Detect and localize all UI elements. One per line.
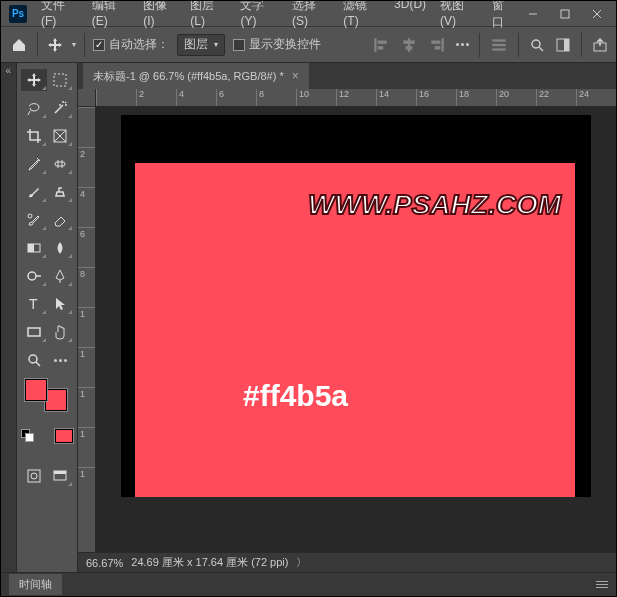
clone-stamp-tool[interactable] (47, 181, 73, 203)
document-canvas[interactable]: WWW.PSAHZ.COM #ff4b5a (121, 115, 591, 497)
bottom-panel: 时间轴 (1, 572, 616, 596)
menu-type[interactable]: 文字(Y) (234, 0, 283, 31)
rectangle-tool[interactable] (21, 321, 47, 343)
chevron-down-icon[interactable]: ▾ (72, 40, 76, 49)
ruler-tick: 2 (136, 89, 176, 106)
ruler-tick (78, 107, 95, 147)
background-color-swatch[interactable] (45, 389, 67, 411)
show-transform-label: 显示变换控件 (249, 36, 321, 53)
menu-filter[interactable]: 滤镜(T) (337, 0, 386, 31)
gradient-tool[interactable] (21, 237, 47, 259)
collapse-chevron-icon: « (6, 65, 12, 572)
marquee-tool[interactable] (47, 69, 73, 91)
screen-mode-icon[interactable] (47, 465, 73, 487)
share-icon[interactable] (592, 37, 608, 53)
search-icon[interactable] (529, 37, 545, 53)
ruler-tick: 8 (256, 89, 296, 106)
title-bar: Ps 文件(F) 编辑(E) 图像(I) 图层(L) 文字(Y) 选择(S) 滤… (1, 1, 616, 27)
toolbox: T (17, 63, 78, 572)
svg-rect-25 (55, 162, 65, 166)
menu-file[interactable]: 文件(F) (35, 0, 84, 31)
pen-tool[interactable] (47, 265, 73, 287)
dodge-tool[interactable] (21, 265, 47, 287)
healing-brush-tool[interactable] (47, 153, 73, 175)
brush-tool[interactable] (21, 181, 47, 203)
close-button[interactable] (584, 4, 610, 24)
ruler-tick: 1 (78, 467, 95, 507)
ruler-tick: 6 (78, 227, 95, 267)
options-bar: ▾ 自动选择： 图层 ▾ 显示变换控件 (1, 27, 616, 63)
menu-image[interactable]: 图像(I) (137, 0, 182, 31)
move-tool-icon[interactable] (46, 36, 64, 54)
svg-point-16 (532, 40, 540, 48)
svg-rect-14 (492, 39, 506, 41)
eyedropper-tool[interactable] (21, 153, 47, 175)
ruler-tick: 6 (216, 89, 256, 106)
quick-mask-icon[interactable] (21, 465, 47, 487)
window-controls (520, 4, 610, 24)
eraser-tool[interactable] (47, 209, 73, 231)
panel-menu-icon[interactable] (596, 581, 608, 588)
zoom-tool[interactable] (21, 349, 47, 371)
lasso-tool[interactable] (21, 97, 47, 119)
blur-tool[interactable] (47, 237, 73, 259)
menu-select[interactable]: 选择(S) (286, 0, 335, 31)
svg-point-38 (31, 473, 37, 479)
document-tab[interactable]: 未标题-1 @ 66.7% (#ff4b5a, RGB/8#) * × (83, 63, 309, 89)
align-left-icon[interactable] (372, 36, 390, 54)
viewport[interactable]: WWW.PSAHZ.COM #ff4b5a (96, 107, 616, 552)
svg-rect-4 (374, 38, 376, 52)
foreground-color-swatch[interactable] (25, 379, 47, 401)
menu-view[interactable]: 视图(V) (434, 0, 483, 31)
show-transform-checkbox[interactable]: 显示变换控件 (233, 36, 321, 53)
menu-edit[interactable]: 编辑(E) (86, 0, 135, 31)
document-dimensions[interactable]: 24.69 厘米 x 17.64 厘米 (72 ppi) (131, 555, 288, 570)
menu-3d[interactable]: 3D(D) (388, 0, 432, 31)
history-brush-tool[interactable] (21, 209, 47, 231)
swap-colors-icon[interactable] (55, 429, 73, 443)
menu-layer[interactable]: 图层(L) (184, 0, 232, 31)
hand-tool[interactable] (47, 321, 73, 343)
zoom-level[interactable]: 66.67% (86, 557, 123, 569)
svg-rect-11 (431, 40, 440, 43)
minimize-button[interactable] (520, 4, 546, 24)
timeline-tab[interactable]: 时间轴 (9, 574, 62, 595)
ruler-tick: 8 (78, 267, 95, 307)
svg-rect-1 (561, 10, 569, 18)
menu-window[interactable]: 窗口 (486, 0, 520, 31)
svg-rect-30 (28, 244, 34, 252)
workspace-icon[interactable] (555, 37, 571, 53)
edit-toolbar[interactable] (47, 349, 73, 371)
ruler-tick (96, 89, 136, 106)
align-center-icon[interactable] (400, 36, 418, 54)
auto-select-checkbox[interactable]: 自动选择： (93, 36, 169, 53)
distribute-icon[interactable] (490, 36, 508, 54)
status-bar: 66.67% 24.69 厘米 x 17.64 厘米 (72 ppi) 〉 (78, 552, 616, 572)
auto-select-target-dropdown[interactable]: 图层 ▾ (177, 34, 225, 56)
svg-line-36 (36, 362, 40, 366)
separator (581, 33, 582, 57)
ruler-tick: 1 (78, 427, 95, 467)
home-button[interactable] (9, 35, 29, 55)
more-align-icon[interactable] (456, 43, 469, 46)
frame-tool[interactable] (47, 125, 73, 147)
align-right-icon[interactable] (428, 36, 446, 54)
default-colors-icon[interactable] (21, 429, 35, 443)
chevron-right-icon[interactable]: 〉 (296, 555, 307, 570)
ruler-horizontal[interactable]: 2 4 6 8 10 12 14 16 18 20 22 24 (96, 89, 616, 107)
panel-dock[interactable]: « (1, 63, 17, 572)
path-selection-tool[interactable] (47, 293, 73, 315)
crop-tool[interactable] (21, 125, 47, 147)
chevron-down-icon: ▾ (214, 40, 218, 49)
svg-rect-40 (54, 471, 66, 474)
svg-rect-6 (378, 46, 384, 49)
ruler-vertical[interactable]: 2 4 6 8 1 1 1 1 1 (78, 107, 96, 552)
ruler-tick: 4 (176, 89, 216, 106)
maximize-button[interactable] (552, 4, 578, 24)
ruler-tick: 18 (456, 89, 496, 106)
type-tool[interactable]: T (21, 293, 47, 315)
move-tool[interactable] (21, 69, 47, 91)
hex-label: #ff4b5a (243, 379, 348, 413)
close-tab-icon[interactable]: × (292, 69, 299, 83)
magic-wand-tool[interactable] (47, 97, 73, 119)
